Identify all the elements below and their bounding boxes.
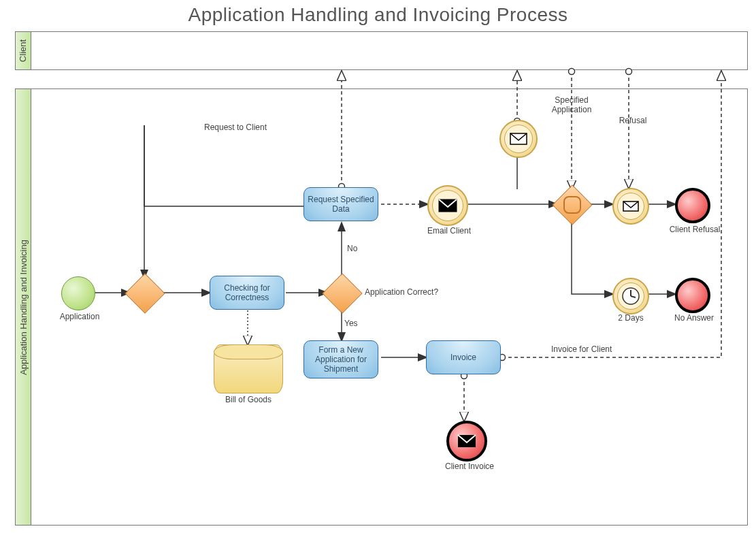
start-event xyxy=(61,276,95,310)
lane-main-label: Application Handling and Invoicing xyxy=(18,240,29,375)
end-noanswer-label: No Answer xyxy=(667,313,721,323)
task-formnew: Form a New Application for Shipment xyxy=(303,340,378,378)
end-clientinvoice-label: Client Invoice xyxy=(435,462,504,471)
event-specapp-end xyxy=(499,120,538,158)
envelope-icon xyxy=(510,133,527,145)
task-checking-label: Checking for Correctness xyxy=(213,283,281,302)
gateway-appcorrect-label: Application Correct? xyxy=(365,287,453,297)
edge-invoiceforclient-label: Invoice for Client xyxy=(551,344,633,354)
end-noanswer xyxy=(675,278,710,313)
datastore-billofgoods-label: Bill of Goods xyxy=(211,395,286,404)
edge-yes-label: Yes xyxy=(344,319,358,328)
edge-no-label: No xyxy=(347,244,357,253)
event-refusal-catch xyxy=(612,188,649,225)
lane-client: Client xyxy=(15,31,748,70)
diagram-title: Application Handling and Invoicing Proce… xyxy=(0,4,756,26)
event-specapp-label: Specified Application xyxy=(544,95,599,114)
edge-reqtoclient-label: Request to Client xyxy=(204,123,286,132)
event-refusal-label: Refusal xyxy=(612,116,653,125)
diagram-canvas: Application Handling and Invoicing Proce… xyxy=(0,0,756,533)
start-event-label: Application xyxy=(49,312,110,321)
envelope-icon xyxy=(457,434,476,448)
task-invoice: Invoice xyxy=(426,340,501,374)
event-timer-label: 2 Days xyxy=(614,313,648,323)
end-clientrefusal-label: Client Refusal xyxy=(664,225,725,234)
lane-client-label: Client xyxy=(18,39,29,62)
event-emailclient-label: Email Client xyxy=(425,226,474,236)
end-clientinvoice xyxy=(446,421,487,462)
datastore-billofgoods xyxy=(214,344,283,393)
lane-main-header: Application Handling and Invoicing xyxy=(16,89,31,525)
envelope-icon xyxy=(438,199,457,212)
event-emailclient-throw xyxy=(427,185,468,226)
task-invoice-label: Invoice xyxy=(450,353,476,362)
task-reqdata-label: Request Specified Data xyxy=(307,195,375,214)
envelope-icon xyxy=(623,201,639,212)
event-timer-2days xyxy=(612,278,649,314)
end-clientrefusal xyxy=(675,188,710,223)
task-checking: Checking for Correctness xyxy=(210,276,284,310)
lane-client-header: Client xyxy=(16,32,31,69)
task-formnew-label: Form a New Application for Shipment xyxy=(307,345,375,374)
task-reqdata: Request Specified Data xyxy=(303,187,378,221)
clock-icon xyxy=(621,286,641,306)
